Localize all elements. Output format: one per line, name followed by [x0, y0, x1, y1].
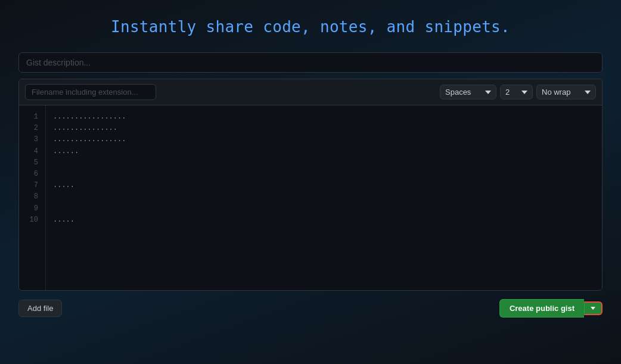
page-wrapper: Instantly share code, notes, and snippet…: [0, 0, 621, 364]
code-line-7: .....: [53, 180, 595, 191]
description-input[interactable]: [18, 52, 603, 73]
file-header: Spaces Tabs 2 4 8 No wrap Soft wrap: [19, 79, 602, 105]
create-public-gist-button[interactable]: Create public gist: [499, 299, 584, 318]
code-line-5: [53, 157, 595, 169]
code-line-9: [53, 203, 595, 214]
line-num-9: 9: [26, 203, 38, 214]
wrap-select[interactable]: No wrap Soft wrap: [536, 85, 596, 99]
indent-select[interactable]: 2 4 8: [500, 85, 533, 99]
line-num-3: 3: [26, 134, 38, 145]
code-line-8: [53, 191, 595, 203]
chevron-down-icon: [591, 307, 595, 310]
code-line-10: .....: [53, 214, 595, 226]
line-num-1: 1: [26, 111, 38, 123]
spaces-select[interactable]: Spaces Tabs: [440, 85, 496, 99]
create-gist-dropdown-button[interactable]: [584, 301, 603, 315]
line-num-5: 5: [26, 157, 38, 169]
code-line-6: [53, 169, 595, 180]
line-num-2: 2: [26, 123, 38, 134]
line-num-8: 8: [26, 191, 38, 203]
file-block: Spaces Tabs 2 4 8 No wrap Soft wrap: [18, 79, 603, 291]
bottom-bar: Add file Create public gist: [18, 299, 603, 318]
gist-container: Spaces Tabs 2 4 8 No wrap Soft wrap: [18, 52, 603, 291]
line-numbers: 1 2 3 4 5 6 7 8 9 10: [19, 105, 46, 290]
line-num-7: 7: [26, 180, 38, 191]
line-num-10: 10: [26, 214, 38, 226]
code-line-2: ...............: [53, 123, 595, 134]
code-line-1: .................: [53, 111, 595, 123]
line-num-4: 4: [26, 146, 38, 157]
code-editor: 1 2 3 4 5 6 7 8 9 10 ................. .…: [19, 105, 602, 290]
file-controls: Spaces Tabs 2 4 8 No wrap Soft wrap: [440, 85, 596, 99]
filename-input[interactable]: [25, 84, 156, 100]
page-title: Instantly share code, notes, and snippet…: [111, 18, 510, 36]
add-file-button[interactable]: Add file: [18, 300, 62, 317]
code-content[interactable]: ................. ............... ......…: [46, 105, 602, 290]
line-num-6: 6: [26, 169, 38, 180]
create-gist-group: Create public gist: [499, 299, 603, 318]
code-line-4: ......: [53, 146, 595, 157]
code-line-3: .................: [53, 134, 595, 145]
